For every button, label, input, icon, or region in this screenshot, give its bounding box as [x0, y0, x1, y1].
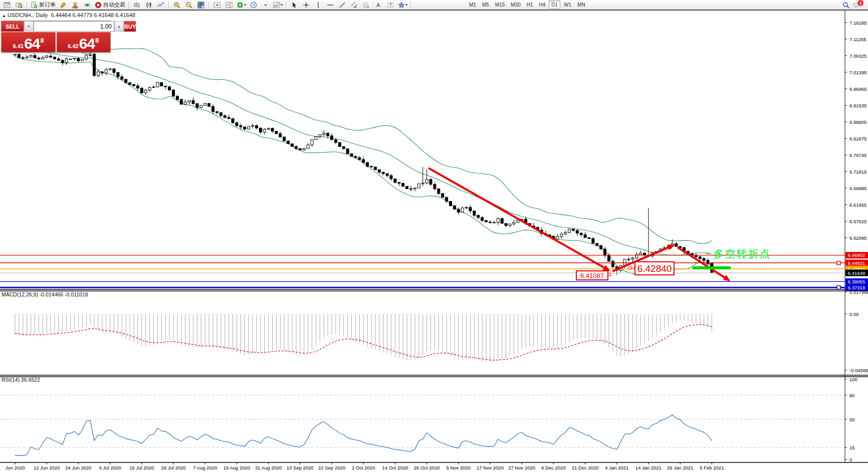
auto-scroll-icon[interactable]	[211, 0, 223, 10]
vertical-line-icon[interactable]	[313, 0, 324, 10]
chart-shift-icon[interactable]	[224, 0, 235, 10]
styler-icon[interactable]	[58, 0, 69, 10]
svg-text:6.42840: 6.42840	[637, 263, 672, 274]
rsi-label: RSI(14) 36.6522	[2, 377, 40, 383]
sell-price-point: 8	[41, 37, 44, 44]
timeframe-m5[interactable]: M5	[480, 1, 492, 9]
svg-text:7.11255: 7.11255	[849, 37, 866, 42]
svg-text:6.91535: 6.91535	[849, 103, 866, 108]
equidistant-channel-icon[interactable]: E	[349, 0, 360, 10]
one-click-trading-panel: SELL ▼ ▲ BUY 6.41 64 8 6.42 64 8	[1, 21, 111, 53]
indicator-list-icon[interactable]: ▾	[272, 0, 284, 10]
expert-advisor-icon[interactable]	[70, 0, 81, 10]
zoom-out-icon[interactable]	[183, 0, 194, 10]
svg-text:6.41087: 6.41087	[580, 272, 604, 279]
period-clock-icon[interactable]	[248, 0, 259, 10]
price-callout-1[interactable]: 6.41087	[576, 271, 611, 280]
svg-text:100: 100	[849, 377, 857, 382]
svg-text:6.41648: 6.41648	[848, 270, 865, 276]
svg-text:6.81675: 6.81675	[849, 136, 866, 141]
buy-price-display[interactable]: 6.42 64 8	[57, 32, 111, 52]
svg-text:21 Dec 2020: 21 Dec 2020	[572, 465, 599, 470]
timeframe-h1[interactable]: H1	[524, 1, 536, 9]
svg-text:24 Jun 2020: 24 Jun 2020	[65, 465, 91, 470]
timeframe-h4[interactable]: H4	[537, 1, 548, 9]
chart-profiles-icon[interactable]	[14, 0, 25, 10]
svg-text:50: 50	[849, 417, 855, 422]
svg-text:16 Jul 2020: 16 Jul 2020	[129, 465, 154, 470]
svg-text:6.57025: 6.57025	[849, 219, 866, 224]
svg-text:14 Oct 2020: 14 Oct 2020	[382, 465, 408, 470]
market-sounds-icon[interactable]	[82, 0, 93, 10]
timeframe-mn[interactable]: MN	[575, 1, 588, 9]
dropdown-caret-icon[interactable]	[260, 0, 271, 10]
volume-decrease-button[interactable]: ▼	[24, 21, 34, 32]
zoom-in-icon[interactable]	[171, 0, 182, 10]
dropdown-caret-icon[interactable]: ▾	[405, 3, 407, 7]
notification-badge: 1	[857, 0, 863, 6]
svg-text:T: T	[389, 3, 392, 8]
volume-stepper: ▼ ▲	[24, 21, 124, 32]
svg-text:31 Aug 2020: 31 Aug 2020	[255, 465, 282, 470]
buy-price-pips: 64	[79, 36, 95, 51]
add-indicator-icon[interactable]: ▾	[236, 0, 247, 10]
svg-text:17 Nov 2020: 17 Nov 2020	[477, 465, 504, 470]
dropdown-caret-icon[interactable]: ▾	[281, 3, 283, 7]
buy-price-handle: 6.42	[68, 43, 78, 49]
line-handle[interactable]	[837, 286, 840, 289]
sell-button[interactable]: SELL	[2, 21, 24, 32]
svg-text:10 Sep 2020: 10 Sep 2020	[287, 465, 314, 470]
crosshair-icon[interactable]	[301, 0, 312, 10]
dropdown-caret-icon[interactable]: ▾	[244, 3, 246, 7]
svg-text:15: 15	[849, 445, 855, 450]
toolbar-left-group: 新订单自动交易▾▾EFAT▾	[1, 0, 413, 10]
price-callout-2[interactable]: 6.42840	[629, 262, 675, 275]
price-badge-6.41648: 6.41648	[845, 270, 868, 276]
line-handle[interactable]	[837, 261, 840, 265]
line-chart-icon[interactable]	[155, 0, 166, 10]
shapes-icon[interactable]: ▾	[397, 0, 408, 10]
buy-button[interactable]: BUY	[124, 21, 136, 32]
toolbar-separator	[128, 2, 129, 9]
price-badge-6.46902: 6.46902	[845, 252, 868, 258]
autotrading-button-label: 自动交易	[103, 1, 125, 9]
sell-price-display[interactable]: 6.41 64 8	[2, 32, 56, 52]
volume-input[interactable]	[34, 21, 114, 32]
svg-text:0: 0	[849, 457, 852, 462]
fibonacci-icon[interactable]: F	[361, 0, 372, 10]
svg-text:12 Jun 2020: 12 Jun 2020	[34, 465, 60, 470]
timeframe-m1[interactable]: M1	[467, 1, 479, 9]
volume-increase-button[interactable]: ▲	[114, 21, 124, 32]
candlestick-chart-icon[interactable]	[143, 0, 154, 10]
cursor-icon[interactable]	[289, 0, 300, 10]
text-label-icon[interactable]: T	[385, 0, 396, 10]
timeframe-toolbar: M1M5M15M30H1H4D1W1MN	[466, 0, 588, 10]
horizontal-line-icon[interactable]	[325, 0, 336, 10]
chart-canvas[interactable]: 7.161857.112557.063257.013956.964656.915…	[0, 11, 868, 473]
turning-point-note[interactable]: 多空转折点	[706, 248, 771, 259]
toolbar: 新订单自动交易▾▾EFAT▾ M1M5M15M30H1H4D1W1MN 1	[0, 0, 868, 11]
svg-text:6.46902: 6.46902	[848, 252, 865, 258]
notifications-icon[interactable]: 1	[852, 0, 864, 10]
new-chart-icon[interactable]	[2, 0, 13, 10]
svg-text:27 Nov 2020: 27 Nov 2020	[508, 465, 535, 470]
toolbar-right-group: 1	[840, 0, 865, 10]
timeframe-w1[interactable]: W1	[561, 1, 574, 9]
svg-text:6.44631: 6.44631	[848, 260, 865, 266]
collapse-triangle-icon[interactable]: ▲	[2, 14, 6, 18]
chart-window: 7.161857.112557.063257.013956.964656.915…	[0, 11, 868, 473]
autotrading-button[interactable]: 自动交易	[94, 0, 126, 10]
svg-text:7 Aug 2020: 7 Aug 2020	[193, 465, 217, 470]
tile-windows-icon[interactable]	[195, 0, 206, 10]
svg-text:28 Jul 2020: 28 Jul 2020	[161, 465, 185, 470]
timeframe-m30[interactable]: M30	[508, 1, 523, 9]
bar-chart-icon[interactable]	[131, 0, 142, 10]
search-icon[interactable]	[840, 0, 851, 10]
trendline-icon[interactable]	[337, 0, 348, 10]
sell-price-pips: 64	[24, 36, 40, 51]
timeframe-d1[interactable]: D1	[549, 1, 560, 9]
new-order-button[interactable]: 新订单	[30, 0, 57, 10]
svg-text:6.52095: 6.52095	[849, 235, 866, 241]
text-icon[interactable]: A	[373, 0, 384, 10]
timeframe-m15[interactable]: M15	[493, 1, 507, 9]
